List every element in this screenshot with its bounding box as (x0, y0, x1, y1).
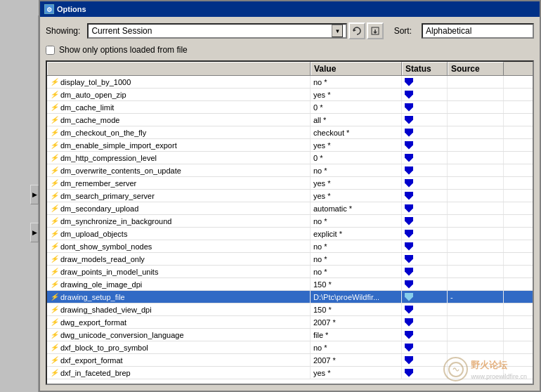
cell-status (402, 341, 448, 353)
cell-source (448, 139, 504, 151)
option-name: dm_cache_mode (60, 116, 119, 124)
cell-name: ⚡draw_models_read_only (47, 253, 311, 265)
expand-arrow[interactable]: ▶ (30, 223, 39, 242)
cell-value: no * (311, 76, 402, 88)
lightning-icon: ⚡ (50, 179, 58, 187)
cell-name: ⚡dm_remember_server (47, 177, 311, 189)
table-row[interactable]: ⚡display_tol_by_1000no * (47, 76, 533, 89)
table-header: Value Status Source (47, 62, 533, 76)
cell-name: ⚡dm_cache_mode (47, 114, 311, 126)
cell-source (448, 202, 504, 214)
status-check-icon (405, 306, 413, 314)
reload-button[interactable] (348, 22, 365, 39)
status-check-icon (405, 78, 413, 86)
cell-status (402, 76, 448, 88)
sort-dropdown[interactable]: Alphabetical (422, 23, 534, 39)
import-button[interactable] (367, 22, 384, 39)
option-name: drawing_shaded_view_dpi (60, 306, 152, 314)
lightning-icon: ⚡ (50, 141, 58, 149)
status-check-icon (405, 141, 413, 150)
svg-marker-0 (353, 29, 356, 32)
lightning-icon: ⚡ (50, 318, 58, 326)
table-row[interactable]: ⚡dm_secondary_uploadautomatic * (47, 202, 533, 215)
status-check-icon (405, 91, 413, 99)
table-row[interactable]: ⚡dm_remember_serveryes * (47, 177, 533, 190)
col-name-header (47, 62, 311, 75)
cell-status (402, 278, 448, 290)
collapse-arrow[interactable]: ▶ (30, 185, 39, 204)
table-row[interactable]: ⚡dm_enable_simple_import_exportyes * (47, 139, 533, 152)
show-only-checkbox[interactable] (46, 46, 55, 55)
option-name: dm_enable_simple_import_export (60, 141, 177, 150)
cell-source (448, 240, 504, 252)
svg-marker-3 (373, 32, 377, 34)
cell-value: no * (311, 215, 402, 227)
status-check-icon (405, 369, 413, 377)
window-icon: ⚙ (44, 4, 54, 14)
cell-value: automatic * (311, 202, 402, 214)
cell-source (448, 278, 504, 290)
option-name: draw_points_in_model_units (60, 268, 158, 276)
option-name: dm_http_compression_level (60, 154, 157, 162)
lightning-icon: ⚡ (50, 356, 58, 364)
cell-source (448, 152, 504, 164)
table-row[interactable]: ⚡dm_cache_limit0 * (47, 101, 533, 114)
cell-source (448, 89, 504, 100)
table-row[interactable]: ⚡drawing_setup_fileD:\Ptc\proeWildfir...… (47, 291, 533, 303)
status-check-icon (405, 268, 413, 276)
cell-source (448, 266, 504, 277)
lightning-icon: ⚡ (50, 242, 58, 250)
cell-name: ⚡dwg_export_format (47, 316, 311, 328)
cell-name: ⚡drawing_setup_file (47, 291, 311, 303)
session-dropdown-arrow[interactable]: ▼ (332, 25, 343, 37)
option-name: dxf_in_faceted_brep (60, 369, 131, 377)
table-row[interactable]: ⚡dm_overwrite_contents_on_updateno * (47, 164, 533, 177)
table-row[interactable]: ⚡dm_http_compression_level0 * (47, 152, 533, 164)
sort-label: Sort: (394, 26, 412, 36)
watermark-logo-circle (443, 357, 468, 381)
table-row[interactable]: ⚡dm_cache_modeall * (47, 114, 533, 126)
table-row[interactable]: ⚡draw_points_in_model_unitsno * (47, 266, 533, 278)
status-check-icon (405, 192, 413, 200)
cell-value: no * (311, 164, 402, 176)
cell-source (448, 316, 504, 328)
cell-status (402, 164, 448, 176)
lightning-icon: ⚡ (50, 217, 58, 225)
table-row[interactable]: ⚡dxf_block_to_pro_symbolno * (47, 341, 533, 354)
table-row[interactable]: ⚡dont_show_symbol_nodesno * (47, 240, 533, 253)
table-row[interactable]: ⚡dm_checkout_on_the_flycheckout * (47, 126, 533, 139)
cell-value: no * (311, 266, 402, 277)
table-row[interactable]: ⚡draw_models_read_onlyno * (47, 253, 533, 266)
cell-name: ⚡drawing_ole_image_dpi (47, 278, 311, 290)
session-dropdown[interactable]: Current Session ▼ (87, 23, 347, 39)
cell-value: 2007 * (311, 316, 402, 328)
status-check-icon (405, 204, 413, 213)
status-check-icon (405, 166, 413, 175)
status-check-icon (405, 318, 413, 327)
cell-value: yes * (311, 89, 402, 100)
cell-value: 0 * (311, 152, 402, 164)
table-row[interactable]: ⚡dm_search_primary_serveryes * (47, 190, 533, 202)
table-row[interactable]: ⚡drawing_ole_image_dpi150 * (47, 278, 533, 291)
lightning-icon: ⚡ (50, 91, 58, 98)
status-check-icon (405, 103, 413, 112)
option-name: drawing_ole_image_dpi (60, 280, 142, 289)
cell-status (402, 240, 448, 252)
option-name: dxf_block_to_pro_symbol (60, 344, 148, 352)
option-name: dm_secondary_upload (60, 204, 138, 213)
cell-source (448, 76, 504, 88)
status-check-icon (405, 242, 413, 251)
col-source-header: Source (448, 62, 504, 75)
cell-value: 150 * (311, 303, 402, 315)
table-row[interactable]: ⚡dm_auto_open_zipyes * (47, 89, 533, 101)
cell-status (402, 316, 448, 328)
table-row[interactable]: ⚡drawing_shaded_view_dpi150 * (47, 303, 533, 316)
cell-status (402, 303, 448, 315)
option-name: dm_overwrite_contents_on_update (60, 166, 181, 175)
cell-status (402, 329, 448, 341)
table-row[interactable]: ⚡dm_upload_objectsexplicit * (47, 228, 533, 240)
table-row[interactable]: ⚡dwg_unicode_conversion_languagefile * (47, 329, 533, 341)
table-row[interactable]: ⚡dwg_export_format2007 * (47, 316, 533, 329)
cell-name: ⚡dm_search_primary_server (47, 190, 311, 202)
table-row[interactable]: ⚡dm_synchronize_in_backgroundno * (47, 215, 533, 228)
